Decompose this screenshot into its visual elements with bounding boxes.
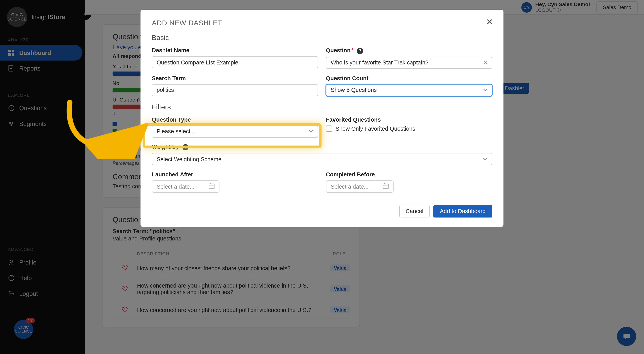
question-type-label: Question Type bbox=[152, 116, 318, 123]
favorited-checkbox[interactable]: Show Only Favorited Questions bbox=[326, 125, 492, 132]
question-type-select[interactable]: Please select... bbox=[152, 125, 318, 138]
question-count-select[interactable]: Show 5 Questions bbox=[326, 84, 492, 96]
weight-by-label: Weight by ? bbox=[152, 144, 492, 150]
add-to-dashboard-button[interactable]: Add to Dashboard bbox=[434, 205, 492, 217]
info-icon[interactable]: ? bbox=[182, 144, 188, 150]
question-input[interactable]: Who is your favorite Star Trek captain? … bbox=[326, 56, 492, 69]
dashlet-name-input[interactable]: Question Compare List Example bbox=[152, 56, 318, 68]
calendar-icon bbox=[208, 183, 215, 190]
question-label: Question* ? bbox=[326, 47, 492, 54]
chevron-down-icon bbox=[483, 156, 487, 162]
completed-before-label: Completed Before bbox=[326, 171, 492, 178]
modal-title: ADD NEW DASHLET bbox=[152, 19, 492, 27]
weight-by-select[interactable]: Select Weighting Scheme bbox=[152, 153, 492, 165]
add-dashlet-modal: ADD NEW DASHLET Basic Dashlet Name Quest… bbox=[140, 10, 504, 227]
launched-after-label: Launched After bbox=[152, 171, 318, 178]
checkbox-icon bbox=[326, 126, 332, 132]
cancel-button[interactable]: Cancel bbox=[399, 205, 430, 217]
section-basic: Basic bbox=[152, 34, 492, 42]
favorited-questions-label: Favorited Questions bbox=[326, 116, 492, 123]
svg-rect-15 bbox=[209, 184, 214, 188]
calendar-icon bbox=[383, 183, 389, 190]
modal-close-button[interactable] bbox=[486, 18, 495, 27]
section-filters: Filters bbox=[152, 103, 492, 111]
question-count-label: Question Count bbox=[326, 75, 492, 81]
info-icon[interactable]: ? bbox=[357, 48, 363, 54]
chevron-down-icon bbox=[483, 87, 487, 93]
chevron-down-icon bbox=[309, 128, 313, 135]
clear-icon[interactable]: ✕ bbox=[483, 59, 488, 66]
dashlet-name-label: Dashlet Name bbox=[152, 47, 318, 54]
svg-rect-19 bbox=[383, 184, 388, 188]
search-term-label: Search Term bbox=[152, 75, 318, 81]
launched-after-input[interactable]: Select a date... bbox=[152, 180, 220, 192]
search-term-input[interactable]: politics bbox=[152, 84, 318, 96]
completed-before-input[interactable]: Select a date... bbox=[326, 180, 394, 192]
close-icon bbox=[486, 18, 493, 25]
